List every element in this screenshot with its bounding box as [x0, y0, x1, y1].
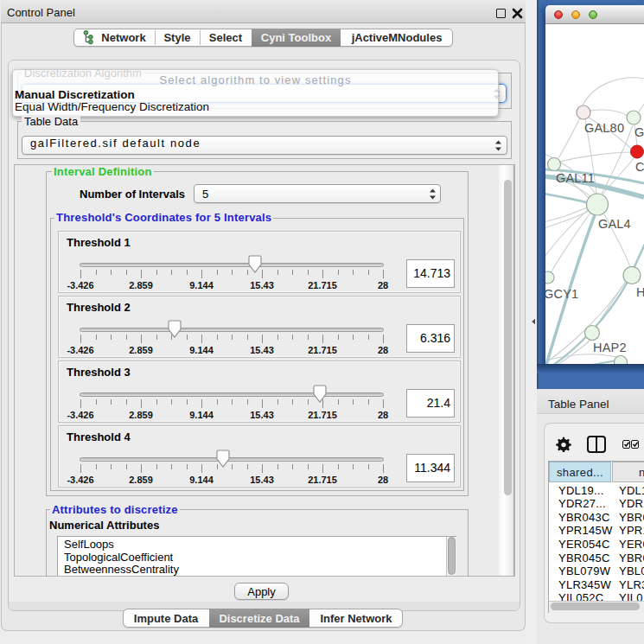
svg-text:CY: CY: [635, 160, 644, 174]
svg-text:HAP2: HAP2: [593, 341, 627, 354]
svg-text:GAL4: GAL4: [598, 217, 631, 231]
svg-text:GCY1: GCY1: [545, 287, 578, 301]
svg-text:HA: HA: [636, 285, 644, 299]
svg-text:GAL11: GAL11: [556, 171, 595, 185]
svg-text:GA: GA: [634, 125, 644, 139]
svg-text:GAL80: GAL80: [584, 121, 624, 135]
